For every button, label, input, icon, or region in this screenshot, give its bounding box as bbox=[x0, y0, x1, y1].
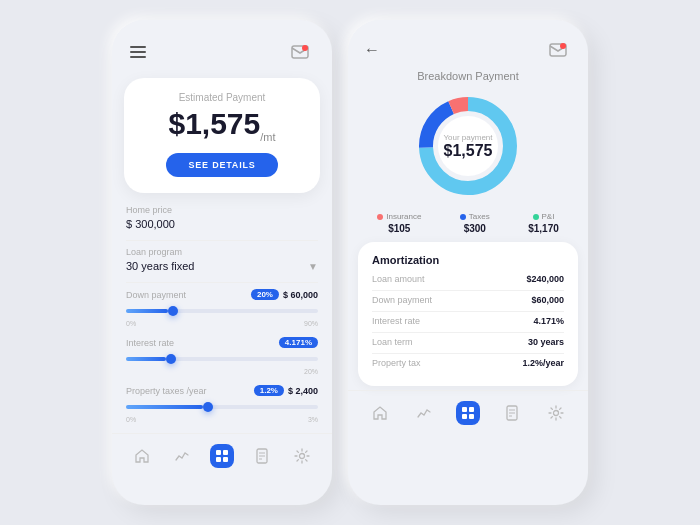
pi-dot bbox=[533, 214, 539, 220]
donut-chart-wrapper: Your payment $1,575 bbox=[348, 86, 588, 206]
chevron-down-icon[interactable]: ▼ bbox=[308, 261, 318, 272]
divider-2 bbox=[126, 282, 318, 283]
see-details-button[interactable]: SEE DETAILS bbox=[166, 153, 277, 177]
mail-button-right[interactable] bbox=[544, 36, 572, 64]
estimated-amount: $1,575/mt bbox=[140, 107, 304, 143]
svg-rect-13 bbox=[462, 407, 467, 412]
nav-right-document-icon[interactable] bbox=[500, 401, 524, 425]
interest-rate-thumb[interactable] bbox=[166, 354, 176, 364]
amort-divider-3 bbox=[372, 332, 564, 333]
amort-val-down-payment: $60,000 bbox=[531, 295, 564, 305]
down-payment-track bbox=[126, 309, 318, 313]
home-price-field: Home price $ 300,000 bbox=[126, 205, 318, 230]
home-price-value: $ 300,000 bbox=[126, 218, 318, 230]
interest-rate-label: Interest rate bbox=[126, 338, 174, 348]
amort-divider-1 bbox=[372, 290, 564, 291]
amort-divider-2 bbox=[372, 311, 564, 312]
nav-home-icon[interactable] bbox=[130, 444, 154, 468]
home-price-label: Home price bbox=[126, 205, 318, 215]
amort-row-loan-term: Loan term 30 years bbox=[372, 337, 564, 347]
fields-section: Home price $ 300,000 Loan program 30 yea… bbox=[112, 205, 332, 423]
amort-key-property-tax: Property tax bbox=[372, 358, 421, 368]
amortization-section: Amortization Loan amount $240,000 Down p… bbox=[358, 242, 578, 386]
mail-button-left[interactable] bbox=[286, 38, 314, 66]
right-phone-card: ← Breakdown Payment bbox=[348, 20, 588, 505]
insurance-name: Insurance bbox=[386, 212, 421, 221]
amort-val-loan-term: 30 years bbox=[528, 337, 564, 347]
svg-rect-16 bbox=[469, 414, 474, 419]
loan-program-row: 30 years fixed ▼ bbox=[126, 260, 318, 272]
amort-key-loan-amount: Loan amount bbox=[372, 274, 425, 284]
donut-center: Your payment $1,575 bbox=[443, 133, 492, 160]
taxes-value: $300 bbox=[464, 223, 486, 234]
property-tax-max: 3% bbox=[308, 416, 318, 423]
amort-val-loan-amount: $240,000 bbox=[526, 274, 564, 284]
nav-document-icon[interactable] bbox=[250, 444, 274, 468]
svg-point-10 bbox=[300, 454, 305, 459]
down-payment-slider: Down payment 20% $ 60,000 0% 90% bbox=[126, 289, 318, 327]
right-header: ← bbox=[348, 20, 588, 64]
svg-rect-2 bbox=[216, 450, 221, 455]
interest-rate-slider: Interest rate 4.171% 20% bbox=[126, 337, 318, 375]
svg-rect-3 bbox=[223, 450, 228, 455]
nav-chart-icon[interactable] bbox=[170, 444, 194, 468]
amort-key-interest-rate: Interest rate bbox=[372, 316, 420, 326]
estimated-payment-card: Estimated Payment $1,575/mt SEE DETAILS bbox=[124, 78, 320, 193]
bottom-nav-right bbox=[348, 390, 588, 439]
svg-rect-5 bbox=[223, 457, 228, 462]
nav-right-grid-icon[interactable] bbox=[456, 401, 480, 425]
svg-point-1 bbox=[302, 45, 308, 51]
loan-program-value: 30 years fixed bbox=[126, 260, 194, 272]
down-payment-min: 0% bbox=[126, 320, 136, 327]
amort-key-loan-term: Loan term bbox=[372, 337, 413, 347]
estimated-label: Estimated Payment bbox=[140, 92, 304, 103]
amort-val-interest-rate: 4.171% bbox=[533, 316, 564, 326]
taxes-name: Taxes bbox=[469, 212, 490, 221]
down-payment-max: 90% bbox=[304, 320, 318, 327]
svg-rect-15 bbox=[462, 414, 467, 419]
property-tax-label: Property taxes /year bbox=[126, 386, 207, 396]
svg-rect-14 bbox=[469, 407, 474, 412]
donut-chart: Your payment $1,575 bbox=[408, 86, 528, 206]
menu-icon[interactable] bbox=[130, 46, 146, 58]
nav-right-home-icon[interactable] bbox=[368, 401, 392, 425]
property-tax-thumb[interactable] bbox=[203, 402, 213, 412]
nav-right-settings-icon[interactable] bbox=[544, 401, 568, 425]
insurance-dot bbox=[377, 214, 383, 220]
legend-insurance: Insurance $105 bbox=[377, 212, 421, 234]
property-tax-min: 0% bbox=[126, 416, 136, 423]
property-tax-value: $ 2,400 bbox=[288, 386, 318, 396]
legend-taxes: Taxes $300 bbox=[460, 212, 490, 234]
left-header bbox=[112, 20, 332, 66]
app-container: Estimated Payment $1,575/mt SEE DETAILS … bbox=[0, 0, 700, 525]
down-payment-label: Down payment bbox=[126, 290, 186, 300]
interest-rate-badge: 4.171% bbox=[279, 337, 318, 348]
nav-settings-icon[interactable] bbox=[290, 444, 314, 468]
amort-row-interest-rate: Interest rate 4.171% bbox=[372, 316, 564, 326]
back-button[interactable]: ← bbox=[364, 42, 380, 58]
amortization-title: Amortization bbox=[372, 254, 564, 266]
divider-1 bbox=[126, 240, 318, 241]
interest-rate-fill bbox=[126, 357, 166, 361]
property-tax-fill bbox=[126, 405, 203, 409]
legend-pi: P&I $1,170 bbox=[528, 212, 559, 234]
loan-program-label: Loan program bbox=[126, 247, 318, 257]
svg-point-21 bbox=[554, 411, 559, 416]
nav-grid-icon[interactable] bbox=[210, 444, 234, 468]
amort-row-loan-amount: Loan amount $240,000 bbox=[372, 274, 564, 284]
down-payment-fill bbox=[126, 309, 168, 313]
insurance-value: $105 bbox=[388, 223, 410, 234]
interest-rate-track bbox=[126, 357, 318, 361]
interest-rate-max: 20% bbox=[304, 368, 318, 375]
nav-right-chart-icon[interactable] bbox=[412, 401, 436, 425]
amort-divider-4 bbox=[372, 353, 564, 354]
down-payment-thumb[interactable] bbox=[168, 306, 178, 316]
amort-row-property-tax: Property tax 1.2%/year bbox=[372, 358, 564, 368]
loan-program-field: Loan program 30 years fixed ▼ bbox=[126, 247, 318, 272]
amort-val-property-tax: 1.2%/year bbox=[522, 358, 564, 368]
legend-row: Insurance $105 Taxes $300 P&I $1,170 bbox=[348, 212, 588, 242]
donut-center-label: Your payment bbox=[443, 133, 492, 142]
amort-key-down-payment: Down payment bbox=[372, 295, 432, 305]
amort-row-down-payment: Down payment $60,000 bbox=[372, 295, 564, 305]
down-payment-value: $ 60,000 bbox=[283, 290, 318, 300]
